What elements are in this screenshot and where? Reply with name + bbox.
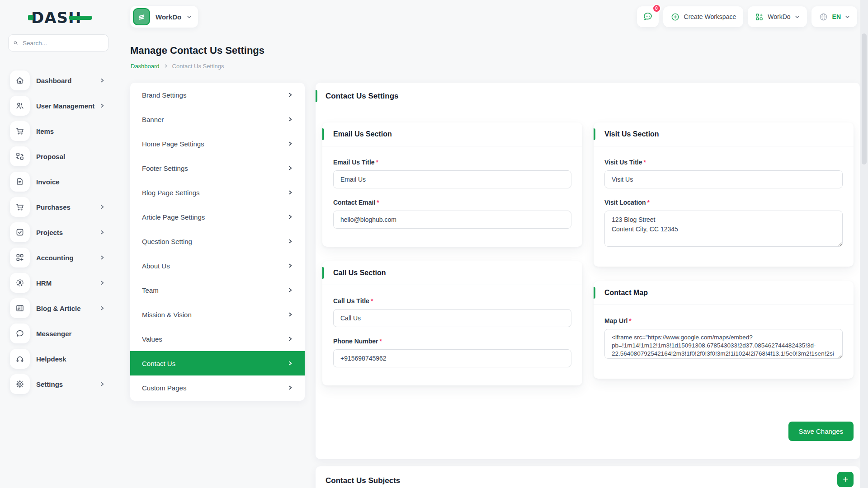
- cart-icon: [10, 121, 30, 141]
- language-selector[interactable]: EN: [811, 6, 857, 27]
- sidebar-item-blog-article[interactable]: Blog & Article: [0, 296, 118, 321]
- settings-nav-blog-page-settings[interactable]: Blog Page Settings: [130, 180, 305, 205]
- chevron-right-icon: [288, 92, 293, 98]
- settings-nav-article-page-settings[interactable]: Article Page Settings: [130, 205, 305, 229]
- app-logo: DASH: [28, 8, 81, 27]
- visit-location-textarea[interactable]: 123 Blog Street Content City, CC 12345: [604, 211, 843, 247]
- contact-email-input[interactable]: [333, 211, 571, 229]
- contact-map-section-card: Contact Map Map Url* <iframe src="https:…: [594, 281, 854, 379]
- panel-title: Contact Us Settings: [316, 83, 860, 110]
- chevron-right-icon: [288, 165, 293, 171]
- settings-nav-about-us[interactable]: About Us: [130, 253, 305, 278]
- required-marker: *: [376, 159, 378, 166]
- call-us-title-input[interactable]: [333, 309, 571, 327]
- messages-button[interactable]: 0: [637, 6, 659, 27]
- required-marker: *: [629, 317, 631, 324]
- workspace-icon: [133, 8, 150, 25]
- chevron-right-icon: [99, 381, 105, 387]
- messages-count-badge: 0: [652, 4, 661, 13]
- chevron-right-icon: [288, 385, 293, 390]
- contact-email-field: Contact Email*: [333, 199, 571, 229]
- chevron-right-icon: [288, 190, 293, 195]
- chevron-right-icon: [288, 312, 293, 317]
- email-us-title-input[interactable]: [333, 170, 571, 188]
- settings-nav-brand-settings[interactable]: Brand Settings: [130, 83, 305, 107]
- required-marker: *: [377, 199, 379, 206]
- visit-us-title-input[interactable]: [604, 170, 843, 188]
- visit-us-title-label: Visit Us Title: [604, 159, 642, 166]
- chevron-down-icon: [187, 14, 192, 19]
- settings-nav-footer-settings[interactable]: Footer Settings: [130, 156, 305, 180]
- sidebar-item-proposal[interactable]: Proposal: [0, 144, 118, 169]
- logo-dash-accent: [69, 16, 92, 20]
- sidebar-item-invoice[interactable]: Invoice: [0, 169, 118, 194]
- right-column: Visit Us Section Visit Us Title* Visit L…: [594, 122, 854, 385]
- settings-nav-custom-pages[interactable]: Custom Pages: [130, 375, 305, 400]
- settings-nav-question-setting[interactable]: Question Setting: [130, 229, 305, 253]
- phone-number-field: Phone Number*: [333, 338, 571, 367]
- settings-nav-contact-us[interactable]: Contact Us: [130, 351, 305, 375]
- visit-us-title-field: Visit Us Title*: [604, 159, 843, 188]
- workdo-menu-button[interactable]: WorkDo: [748, 6, 807, 27]
- scrollbar-thumb[interactable]: [862, 33, 867, 164]
- settings-nav-home-page-settings[interactable]: Home Page Settings: [130, 131, 305, 156]
- sidebar-search[interactable]: [8, 34, 108, 52]
- breadcrumb: Dashboard Contact Us Settings: [131, 63, 224, 70]
- grid-plus-icon: [10, 248, 30, 267]
- workspace-selector[interactable]: WorkDo: [130, 6, 198, 28]
- sidebar-item-projects[interactable]: Projects: [0, 220, 118, 245]
- visit-location-field: Visit Location* 123 Blog Street Content …: [604, 199, 843, 249]
- proposal-icon: [10, 146, 30, 166]
- sidebar-item-purchases[interactable]: Purchases: [0, 194, 118, 220]
- person-focus-icon: [10, 273, 30, 293]
- chevron-right-icon: [288, 214, 293, 220]
- phone-number-label: Phone Number: [333, 338, 378, 345]
- sidebar-item-settings[interactable]: Settings: [0, 371, 118, 397]
- sidebar-item-items[interactable]: Items: [0, 118, 118, 144]
- chevron-right-icon: [288, 336, 293, 342]
- sidebar-item-dashboard[interactable]: Dashboard: [0, 68, 118, 93]
- breadcrumb-dashboard-link[interactable]: Dashboard: [131, 63, 160, 70]
- globe-icon: [819, 12, 828, 22]
- add-subject-button[interactable]: +: [837, 472, 854, 487]
- sidebar-item-helpdesk[interactable]: Helpdesk: [0, 346, 118, 371]
- contact-map-section-title: Contact Map: [594, 281, 854, 305]
- map-url-textarea[interactable]: <iframe src="https://www.google.com/maps…: [604, 329, 843, 359]
- visit-us-section-title: Visit Us Section: [594, 122, 854, 146]
- contact-us-subjects-title: Contact Us Subjects: [316, 466, 860, 488]
- chevron-right-icon: [288, 239, 293, 244]
- settings-nav-mission-vision[interactable]: Mission & Vision: [130, 302, 305, 327]
- panel-body: Email Us Section Email Us Title* Contact…: [316, 110, 860, 385]
- chevron-right-icon: [99, 204, 105, 210]
- sidebar-item-user-management[interactable]: User Management: [0, 93, 118, 118]
- chevron-right-icon: [99, 255, 105, 260]
- chevron-right-icon: [99, 78, 105, 83]
- topbar: WorkDo 0 Create Workspace WorkDo EN: [130, 5, 857, 28]
- sidebar-item-messenger[interactable]: Messenger: [0, 321, 118, 346]
- settings-nav-values[interactable]: Values: [130, 327, 305, 351]
- contact-email-label: Contact Email: [333, 199, 375, 206]
- page-title: Manage Contact Us Settings: [130, 45, 264, 56]
- sidebar-item-accounting[interactable]: Accounting: [0, 245, 118, 270]
- page-scrollbar[interactable]: [860, 0, 868, 488]
- chevron-right-icon: [288, 361, 293, 366]
- phone-number-input[interactable]: [333, 349, 571, 367]
- call-us-section-card: Call Us Section Call Us Title* Phone Num…: [322, 261, 582, 385]
- settings-nav-team[interactable]: Team: [130, 278, 305, 302]
- grid-plus-icon: [755, 13, 764, 21]
- map-url-field: Map Url* <iframe src="https://www.google…: [604, 317, 843, 361]
- email-us-title-label: Email Us Title: [333, 159, 375, 166]
- search-input[interactable]: [22, 39, 104, 47]
- logo-dot-accent: [28, 15, 33, 20]
- call-us-section-title: Call Us Section: [322, 261, 582, 285]
- settings-nav-banner[interactable]: Banner: [130, 107, 305, 131]
- plus-circle-icon: [670, 12, 680, 22]
- create-workspace-button[interactable]: Create Workspace: [663, 6, 744, 27]
- map-url-label: Map Url: [604, 317, 627, 324]
- cart-icon: [10, 197, 30, 217]
- required-marker: *: [644, 159, 646, 166]
- headset-icon: [10, 349, 30, 369]
- save-changes-button[interactable]: Save Changes: [788, 422, 854, 441]
- topbar-actions: 0 Create Workspace WorkDo EN: [637, 6, 857, 27]
- sidebar-item-hrm[interactable]: HRM: [0, 270, 118, 296]
